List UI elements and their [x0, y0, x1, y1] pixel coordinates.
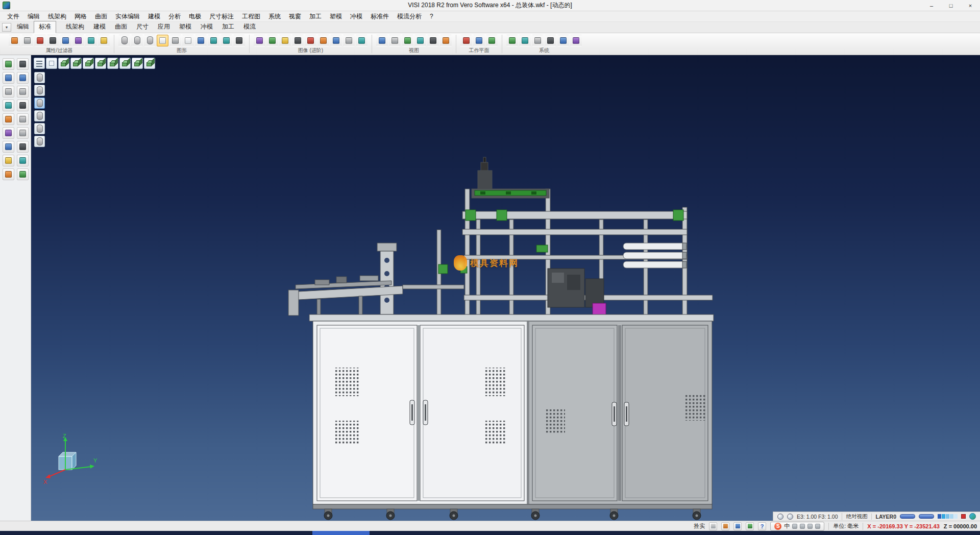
tab-mould[interactable]: 塑模: [175, 21, 196, 33]
previous-view-icon[interactable]: [427, 35, 439, 46]
tab-dimension[interactable]: 尺寸: [132, 21, 153, 33]
printer-icon[interactable]: [570, 35, 582, 46]
sheet-display-icon[interactable]: [233, 35, 245, 46]
menu-dimension[interactable]: 尺寸标注: [205, 11, 238, 22]
view-plane-icon[interactable]: [46, 58, 57, 69]
select-tool-icon[interactable]: [3, 58, 14, 70]
menu-system[interactable]: 系统: [264, 11, 285, 22]
cabinet-archive-icon-1[interactable]: [208, 35, 219, 46]
highlight-element-icon[interactable]: [157, 35, 168, 46]
layer-color-bar-2[interactable]: [919, 514, 934, 519]
ime-emoji-icon[interactable]: [800, 524, 805, 529]
menu-machining[interactable]: 加工: [305, 11, 326, 22]
workplane-xy-icon[interactable]: [460, 35, 472, 46]
shadow-icon[interactable]: [343, 35, 355, 46]
image-capture-icon[interactable]: [721, 522, 729, 530]
display-mode-icon-3[interactable]: [34, 98, 45, 109]
layer-cylinder-icon-3[interactable]: [144, 35, 156, 46]
active-color-chip[interactable]: [961, 514, 966, 519]
iso-view-icon-7[interactable]: [132, 58, 143, 69]
filter-elements-icon[interactable]: [34, 35, 46, 46]
database-icon[interactable]: [557, 35, 569, 46]
filter-remove-icon[interactable]: [47, 35, 59, 46]
help-icon[interactable]: ?: [758, 522, 766, 530]
move-tool-icon[interactable]: [3, 72, 14, 84]
grid-toggle-icon[interactable]: [709, 522, 717, 530]
menu-edit[interactable]: 编辑: [23, 11, 44, 22]
lamp-icon[interactable]: [279, 35, 291, 46]
menu-flow-analysis[interactable]: 模流分析: [393, 11, 426, 22]
sketch-tool-icon[interactable]: [17, 113, 29, 125]
close-button[interactable]: ×: [961, 0, 980, 11]
display-mode-icon-6[interactable]: [34, 136, 45, 147]
workplane-3pt-icon[interactable]: [486, 35, 498, 46]
tab-surface[interactable]: 曲面: [110, 21, 132, 33]
palette-icon[interactable]: [305, 35, 316, 46]
settings-icon[interactable]: [545, 35, 556, 46]
globe-system-icon[interactable]: [519, 35, 531, 46]
menu-progress[interactable]: 冲模: [346, 11, 366, 22]
render-icon[interactable]: [254, 35, 265, 46]
extrude-tool-icon[interactable]: [3, 141, 14, 153]
iso-view-icon-5[interactable]: [107, 58, 118, 69]
display-mode-icon-5[interactable]: [34, 123, 45, 134]
ime-mic-icon[interactable]: [815, 524, 820, 529]
menu-analysis[interactable]: 分析: [164, 11, 185, 22]
tab-modeling[interactable]: 建模: [89, 21, 110, 33]
undo-tool-icon[interactable]: [17, 155, 29, 166]
brush-icon[interactable]: [317, 35, 329, 46]
tab-machining[interactable]: 加工: [217, 21, 239, 33]
texture-icon[interactable]: [266, 35, 278, 46]
ime-logo-icon[interactable]: S: [774, 523, 781, 530]
iso-view-icon-8[interactable]: [144, 58, 155, 69]
dynamic-view-icon[interactable]: [440, 35, 452, 46]
fillet-tool-icon[interactable]: [17, 127, 29, 139]
iso-view-icon-3[interactable]: [83, 58, 94, 69]
box-display-icon[interactable]: [169, 35, 181, 46]
paint-attributes-icon[interactable]: [9, 35, 20, 46]
taskbar-active-segment[interactable]: [312, 531, 370, 535]
iso-view-icon-2[interactable]: [70, 58, 82, 69]
iso-view-icon-4[interactable]: [95, 58, 106, 69]
ime-keyboard-icon[interactable]: [807, 524, 813, 529]
calculator-icon[interactable]: [532, 35, 544, 46]
display-mode-icon-4[interactable]: [34, 110, 45, 121]
annotation-status-icon[interactable]: [746, 522, 754, 530]
export-tool-icon[interactable]: [17, 168, 29, 180]
menu-help[interactable]: ?: [426, 11, 437, 22]
layer-color-bar-1[interactable]: [900, 514, 915, 519]
menu-solid-edit[interactable]: 实体编辑: [111, 11, 144, 22]
menu-file[interactable]: 文件: [3, 11, 23, 22]
reset-filter-icon[interactable]: [98, 35, 110, 46]
menu-drawing[interactable]: 工程图: [238, 11, 264, 22]
measure-tool-icon[interactable]: [17, 100, 29, 111]
material-icon[interactable]: [356, 35, 368, 46]
rotate-tool-icon[interactable]: [17, 72, 29, 84]
boolean-tool-icon[interactable]: [3, 127, 14, 139]
menu-modeling[interactable]: 建模: [144, 11, 164, 22]
menu-surface[interactable]: 曲面: [91, 11, 111, 22]
group-elements-icon[interactable]: [195, 35, 207, 46]
tab-edit[interactable]: 编辑: [12, 21, 34, 33]
rotate-view-icon[interactable]: [402, 35, 413, 46]
layers-icon[interactable]: [506, 35, 518, 46]
notes-tool-icon[interactable]: [3, 168, 14, 180]
tab-application[interactable]: 应用: [153, 21, 175, 33]
pan-view-icon[interactable]: [389, 35, 401, 46]
layer-cylinder-icon-1[interactable]: [118, 35, 130, 46]
menu-mesh[interactable]: 网格: [70, 11, 91, 22]
hole-tool-icon[interactable]: [17, 141, 29, 153]
workplane-status-icon[interactable]: [733, 522, 742, 530]
sync-globe-icon[interactable]: [969, 513, 976, 520]
track-point-icon[interactable]: [777, 514, 783, 520]
display-mode-icon-1[interactable]: [34, 72, 45, 83]
pattern-tool-icon[interactable]: [3, 155, 14, 166]
menu-wireframe[interactable]: 线架构: [44, 11, 70, 22]
3d-viewport[interactable]: Z Y X 模具资料网 E3: 1.00 F3: 1.00 绝对视图 LAYER…: [31, 55, 980, 521]
ime-punctuation-icon[interactable]: [792, 524, 797, 529]
wireframe-display-icon[interactable]: [182, 35, 194, 46]
camera-icon[interactable]: [292, 35, 304, 46]
ime-language-toggle[interactable]: 中: [784, 522, 790, 530]
trim-tool-icon[interactable]: [17, 58, 29, 70]
snap-point-icon[interactable]: [787, 514, 793, 520]
